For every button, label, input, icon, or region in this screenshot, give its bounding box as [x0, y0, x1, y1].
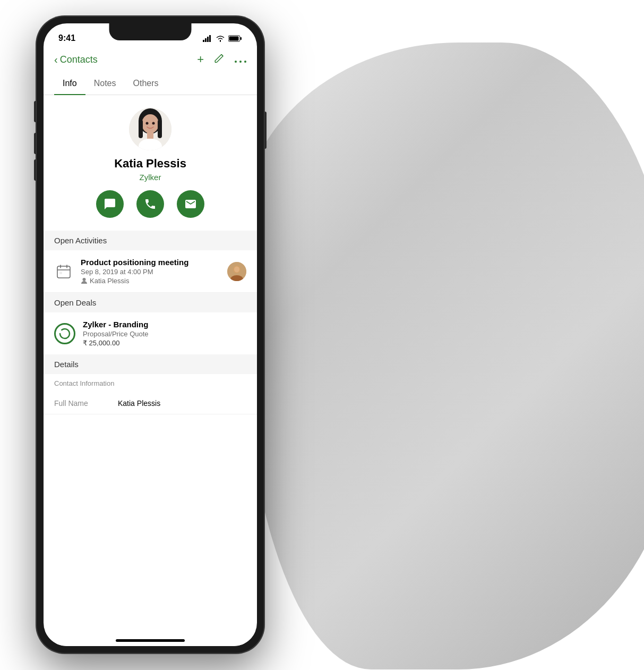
svg-point-12: [142, 114, 159, 133]
tab-others[interactable]: Others: [124, 72, 167, 95]
activity-person: Katia Plessis: [81, 277, 222, 285]
phone-wrapper: 9:41: [36, 16, 264, 654]
svg-rect-1: [205, 38, 207, 42]
deal-name: Zylker - Branding: [83, 320, 149, 329]
phone-frame: 9:41: [36, 16, 264, 654]
svg-rect-3: [209, 35, 211, 42]
svg-rect-23: [59, 272, 62, 274]
open-activities-header: Open Activities: [44, 231, 257, 250]
signal-icon: [203, 35, 212, 42]
message-button[interactable]: [96, 190, 124, 218]
contact-company: Zylker: [140, 173, 161, 182]
svg-point-28: [234, 266, 239, 272]
svg-rect-14: [158, 120, 162, 138]
back-chevron-icon: ‹: [54, 54, 58, 66]
home-bar: [116, 639, 185, 642]
activity-info: Product positioning meeting Sep 8, 2019 …: [81, 258, 222, 285]
svg-rect-13: [139, 120, 143, 138]
svg-point-9: [244, 61, 246, 63]
svg-rect-16: [147, 132, 153, 139]
deal-item[interactable]: Zylker - Branding Proposal/Price Quote ₹…: [44, 312, 257, 354]
scene: 9:41: [0, 0, 644, 670]
wifi-icon: [216, 35, 225, 42]
details-header: Details: [44, 354, 257, 374]
nav-actions: +: [197, 52, 246, 67]
calendar-icon: [54, 262, 73, 281]
svg-point-8: [239, 61, 242, 63]
content-area[interactable]: Katia Plessis Zylker: [44, 95, 257, 630]
svg-rect-5: [241, 37, 242, 40]
back-button[interactable]: ‹ Contacts: [54, 54, 98, 66]
svg-rect-2: [207, 37, 209, 42]
nav-bar: ‹ Contacts +: [44, 50, 257, 72]
detail-fullname-row: Full Name Katia Plessis: [44, 393, 257, 414]
hand-background: [241, 43, 644, 669]
deal-info: Zylker - Branding Proposal/Price Quote ₹…: [83, 320, 149, 347]
svg-rect-6: [229, 36, 239, 40]
add-button[interactable]: +: [197, 53, 204, 66]
contact-header: Katia Plessis Zylker: [44, 95, 257, 231]
svg-point-17: [146, 122, 149, 125]
phone-screen: 9:41: [44, 23, 257, 646]
call-button[interactable]: [136, 190, 164, 218]
tabs-bar: Info Notes Others: [44, 72, 257, 95]
deal-amount: ₹ 25,000.00: [83, 339, 149, 347]
activity-person-avatar: [227, 262, 246, 281]
details-section: Contact Information Full Name Katia Ples…: [44, 374, 257, 414]
svg-point-29: [60, 329, 70, 338]
nav-back-label: Contacts: [60, 54, 98, 65]
activity-title: Product positioning meeting: [81, 258, 222, 267]
contact-name: Katia Plessis: [114, 157, 186, 171]
svg-point-18: [152, 122, 155, 125]
avatar: [129, 108, 171, 150]
more-button[interactable]: [235, 53, 246, 66]
fullname-label: Full Name: [54, 399, 118, 408]
svg-point-24: [83, 278, 86, 281]
deal-stage: Proposal/Price Quote: [83, 330, 149, 338]
activity-date: Sep 8, 2019 at 4:00 PM: [81, 268, 222, 276]
home-indicator: [44, 630, 257, 646]
status-time: 9:41: [58, 33, 75, 43]
svg-rect-19: [57, 266, 70, 278]
fullname-value: Katia Plessis: [118, 399, 160, 408]
action-buttons: [96, 190, 204, 218]
edit-button[interactable]: [213, 52, 225, 67]
svg-rect-0: [203, 40, 204, 42]
deal-icon: [54, 323, 75, 344]
open-deals-header: Open Deals: [44, 293, 257, 312]
svg-point-7: [235, 61, 237, 63]
tab-notes[interactable]: Notes: [85, 72, 125, 95]
tab-info[interactable]: Info: [54, 72, 85, 95]
battery-icon: [228, 35, 242, 42]
phone-notch: [109, 23, 192, 40]
activity-item[interactable]: Product positioning meeting Sep 8, 2019 …: [44, 250, 257, 293]
details-subsection-label: Contact Information: [44, 374, 257, 393]
email-button[interactable]: [177, 190, 204, 218]
status-icons: [203, 35, 242, 42]
